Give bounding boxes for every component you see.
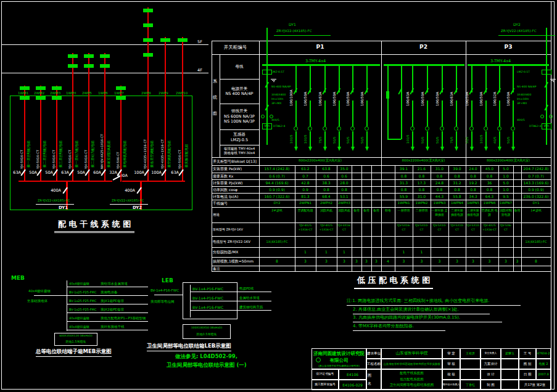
table-cell: 1	[395, 250, 412, 255]
table-cell: 36	[481, 181, 498, 186]
table-cell: 17.3	[413, 181, 430, 186]
ct-symbol	[540, 115, 544, 118]
table-cell: 24.0	[466, 166, 480, 171]
titleblock-cell-label: 名	[368, 381, 371, 386]
meb-cable-label: 40x4镀锌扁钢	[69, 325, 89, 329]
table-cell: YJV-5X10-CT	[413, 224, 430, 232]
table-cell: 800x2200x400(宽X高X深)	[259, 158, 381, 163]
feeder-amp-label: 100/50A	[303, 92, 308, 106]
titleblock-cell-value: 2007.9	[536, 372, 551, 377]
riser-tag: 2WP5	[82, 91, 92, 96]
feeder-line	[295, 131, 297, 147]
feeder-line	[485, 100, 487, 126]
table-cell: 0.9	[295, 187, 315, 192]
table-cell: 一层照明	[395, 208, 412, 213]
table-cell: 61.2	[295, 166, 315, 171]
feeder-line	[324, 100, 326, 126]
feeder-amp-label: 100/63A	[406, 92, 411, 106]
feeder-line	[339, 100, 340, 126]
tie-line	[387, 65, 389, 139]
leb-incoming-line	[154, 295, 183, 295]
table-cell: 2WPH3	[337, 201, 351, 206]
feeder-arrow	[337, 147, 341, 151]
feeder-arrow	[511, 147, 515, 151]
riser-tag: 1WPH	[66, 91, 76, 96]
table-cell: 备用	[372, 208, 381, 213]
feeder-line	[412, 131, 413, 147]
table-cell: 1#进线	[522, 208, 550, 213]
meb-incoming-line	[34, 295, 67, 296]
meb-box-size: 600X350X120 (WxHxD)	[55, 334, 97, 338]
incoming-part-label: LMZ-0.5T	[271, 70, 284, 75]
riser-line	[40, 86, 41, 182]
distribution-box	[52, 96, 62, 100]
distribution-box	[178, 38, 188, 42]
table-cell: 0.8	[449, 187, 465, 192]
distribution-box	[116, 96, 126, 100]
distribution-box	[143, 23, 153, 27]
incoming-part-label: DT862-4	[273, 125, 285, 129]
riser-tag: 2WP9	[159, 91, 168, 96]
table-cell: 0.9 (0.9)	[260, 187, 294, 192]
busbar-label: 3-TMY-4x4	[305, 59, 326, 64]
feeder-amp-label: 100/50A	[421, 92, 426, 106]
feeder-line	[456, 100, 457, 126]
meter-label: Wh	[262, 124, 272, 129]
meb-incoming-note: 至基础接地体	[27, 299, 47, 304]
panel-header: P2	[381, 44, 466, 51]
meb-branch-line	[67, 312, 148, 313]
table-cell: 19.2	[466, 181, 480, 186]
leb-label: LEB	[162, 277, 173, 284]
feeder-amp-label: 100/50A	[435, 92, 440, 106]
table-cell: DY1	[522, 201, 550, 206]
riser-line	[165, 37, 166, 182]
table-cell: 0.8	[395, 174, 412, 179]
incoming-amp-label: 400A	[44, 188, 61, 194]
ct-symbol	[350, 126, 355, 131]
table-cell: YJV-5X10-CT	[466, 224, 480, 232]
company-name: 济南同圆建筑设计研究院	[312, 351, 366, 357]
riser-tag: 2WM2	[34, 91, 44, 96]
feeder-amp-label: 100/50A	[479, 92, 484, 106]
riser-cable-label: YJV-5X16-CT	[84, 150, 88, 169]
leb-branch-line	[190, 310, 271, 311]
table-grid-line	[381, 157, 382, 271]
drawing-title-line: 低压配电系统图	[381, 377, 442, 382]
distribution-box	[100, 64, 110, 68]
riser-line	[88, 53, 89, 182]
riser-amp-label: 63A	[52, 170, 69, 176]
titleblock-cell-label: 审 定	[442, 351, 460, 356]
table-cell: 0.8	[481, 174, 498, 179]
ct-ratio-label: 50/5	[360, 137, 365, 144]
table-cell: 2WPH2	[316, 201, 336, 206]
riser-annotation: 接空调机房配电箱	[167, 141, 172, 168]
incoming-part-label: Im=10In	[517, 97, 529, 102]
ct-ratio-label: 50/5	[346, 137, 350, 144]
titleblock-cell-value: 山东省医学科学院	[381, 351, 442, 356]
equipment-label: NS 600N NA/3P	[220, 114, 259, 120]
incoming-part-label: 3X40X400	[517, 93, 531, 97]
riser-cable-label: YJV-4X35+1X16-CT	[143, 139, 147, 169]
riser-cable-label: NH-YJV-4X25+1X16-CT	[100, 134, 104, 169]
ct-symbol	[440, 126, 444, 131]
table-cell: 39.0	[449, 166, 465, 171]
table-cell: 0.8	[337, 187, 351, 192]
table-cell: 0.8	[466, 174, 480, 179]
diagram-side-label: 图	[213, 111, 217, 116]
equipment-label: NS 400 NA/4P	[220, 91, 259, 97]
table-cell: YJV-3X16-CT	[337, 224, 351, 232]
table-row-label: 导线型号 ZR-YJV-1KV	[213, 227, 243, 232]
equipment-label: 电源开关	[220, 86, 259, 92]
incoming-part-label: 400/5	[517, 118, 525, 123]
distribution-box	[52, 86, 62, 90]
ct-ratio-label: 40/5	[493, 137, 497, 144]
titleblock-cell-value: 王祖贵	[460, 351, 481, 356]
table-cell: 1WPN3	[431, 201, 448, 206]
table-row-label: 干线编号	[213, 201, 228, 206]
ct-ratio-label: 50/5	[421, 137, 425, 144]
table-grid-line	[220, 79, 259, 80]
riser-tag: 2WP8	[141, 91, 151, 96]
feeder-line	[427, 100, 428, 126]
ground-symbol	[551, 80, 555, 81]
feeder-amp-label: 100/32A	[493, 92, 498, 106]
